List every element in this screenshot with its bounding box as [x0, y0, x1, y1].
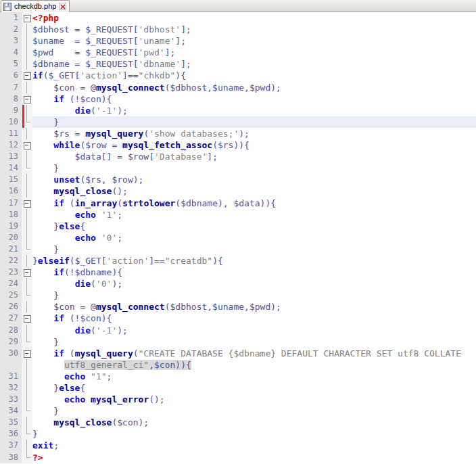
- line-number: 38: [0, 452, 22, 463]
- code-text: echo '1';: [32, 209, 476, 221]
- code-text: $dbhost = $_REQUEST['dbhost'];: [32, 24, 476, 35]
- code-text: }else{: [32, 221, 476, 232]
- code-text: utf8_general_ci",$con)){: [32, 359, 476, 371]
- code-text: }: [32, 405, 476, 417]
- fold-margin: [22, 35, 32, 47]
- document-icon: [3, 3, 11, 11]
- code-text: }: [32, 428, 476, 440]
- code-text: $rs = mysql_query('show databases;');: [32, 128, 476, 139]
- line-number: 3: [0, 35, 22, 47]
- code-line: 19 }else{: [0, 221, 476, 232]
- code-line: utf8_general_ci",$con)){: [0, 359, 476, 371]
- code-text: mysql_close($con);: [32, 417, 476, 428]
- fold-margin: [22, 58, 32, 70]
- code-line: 28 die('-1');: [0, 325, 476, 336]
- fold-collapse-icon[interactable]: [22, 312, 32, 324]
- code-line: 27 if (!$con){: [0, 312, 476, 324]
- code-line: 22}elseif($_GET['action']=="creatdb"){: [0, 255, 476, 266]
- code-line: 21 }: [0, 243, 476, 255]
- code-line: 17 if (in_array(strtolower($dbname), $da…: [0, 198, 476, 209]
- line-number: 21: [0, 243, 22, 255]
- fold-collapse-icon[interactable]: [22, 348, 32, 359]
- fold-margin: [22, 151, 32, 162]
- fold-collapse-icon[interactable]: [22, 70, 32, 81]
- code-line: 11 $rs = mysql_query('show databases;');: [0, 128, 476, 139]
- line-number: 19: [0, 221, 22, 232]
- code-line: 15 unset($rs, $row);: [0, 174, 476, 185]
- code-text: }: [32, 289, 476, 301]
- code-line: 36}: [0, 428, 476, 440]
- line-number: 33: [0, 394, 22, 405]
- code-line: 20 echo '0';: [0, 232, 476, 243]
- fold-margin: [22, 105, 32, 116]
- line-number: 20: [0, 232, 22, 243]
- fold-end-icon: [22, 162, 32, 174]
- code-text: }: [32, 116, 476, 128]
- code-line: 33 echo mysql_error();: [0, 394, 476, 405]
- fold-margin: [22, 174, 32, 185]
- code-line: 38?>: [0, 452, 476, 463]
- code-line: 9 die('-1');: [0, 105, 476, 116]
- fold-margin: [22, 209, 32, 221]
- code-text: unset($rs, $row);: [32, 174, 476, 185]
- line-number: 2: [0, 24, 22, 35]
- code-text: $pwd = $_REQUEST['pwd'];: [32, 47, 476, 58]
- fold-collapse-icon[interactable]: [22, 139, 32, 151]
- line-number: 16: [0, 185, 22, 197]
- code-line: 8 if (!$con){: [0, 93, 476, 105]
- code-text: $dbname = $_REQUEST['dbname'];: [32, 58, 476, 70]
- line-number: 8: [0, 93, 22, 105]
- line-number: 6: [0, 70, 22, 81]
- fold-collapse-icon[interactable]: [22, 198, 32, 209]
- code-line: 14 }: [0, 162, 476, 174]
- code-editor[interactable]: 1<?php2$dbhost = $_REQUEST['dbhost'];3$u…: [0, 12, 476, 464]
- code-line: 29 }: [0, 336, 476, 348]
- code-line: 23 if(!$dbname){: [0, 266, 476, 278]
- code-line: 13 $data[] = $row['Database'];: [0, 151, 476, 162]
- line-number: 15: [0, 174, 22, 185]
- line-number: 9: [0, 105, 22, 116]
- code-line: 16 mysql_close();: [0, 185, 476, 197]
- fold-margin: [22, 301, 32, 312]
- code-line: 12 while($row = mysql_fetch_assoc($rs)){: [0, 139, 476, 151]
- line-number: 36: [0, 428, 22, 440]
- line-number: 24: [0, 278, 22, 289]
- code-text: die('-1');: [32, 105, 476, 116]
- fold-margin: [22, 440, 32, 451]
- tab-title: checkdb.php: [14, 2, 56, 11]
- code-line: 30 if (mysql_query("CREATE DATABASE {$db…: [0, 348, 476, 359]
- line-number: 30: [0, 348, 22, 359]
- editor-window: checkdb.php 1<?php2$dbhost = $_REQUEST['…: [0, 0, 476, 464]
- code-text: mysql_close();: [32, 185, 476, 197]
- code-text: echo '0';: [32, 232, 476, 243]
- tab-close-icon[interactable]: [59, 3, 66, 10]
- fold-collapse-icon[interactable]: [22, 12, 32, 24]
- code-text: if (mysql_query("CREATE DATABASE {$dbnam…: [32, 348, 476, 359]
- code-text: }: [32, 243, 476, 255]
- code-text: die('0');: [32, 278, 476, 289]
- modified-line-marker: [22, 116, 24, 128]
- code-line: 34 }: [0, 405, 476, 417]
- code-text: exit;: [32, 440, 476, 451]
- code-text: }: [32, 336, 476, 348]
- code-line: 6if($_GET['action']=="chkdb"){: [0, 70, 476, 81]
- fold-end-icon: [22, 428, 32, 440]
- code-text: if (!$con){: [32, 93, 476, 105]
- tab-checkdb-php[interactable]: checkdb.php: [1, 0, 70, 12]
- fold-end-icon: [22, 116, 32, 128]
- current-code-line: 10 }: [0, 116, 476, 128]
- line-number: 18: [0, 209, 22, 221]
- code-text: if (in_array(strtolower($dbname), $data)…: [32, 198, 476, 209]
- code-line: 32 }else{: [0, 382, 476, 394]
- fold-collapse-icon[interactable]: [22, 93, 32, 105]
- code-line: 5$dbname = $_REQUEST['dbname'];: [0, 58, 476, 70]
- fold-collapse-icon[interactable]: [22, 266, 32, 278]
- line-number: 31: [0, 371, 22, 382]
- code-line: 25 }: [0, 289, 476, 301]
- fold-margin: [22, 278, 32, 289]
- line-number: 35: [0, 417, 22, 428]
- fold-margin: [22, 82, 32, 93]
- fold-margin: [22, 128, 32, 139]
- fold-margin: [22, 359, 32, 371]
- code-text: ?>: [32, 452, 476, 463]
